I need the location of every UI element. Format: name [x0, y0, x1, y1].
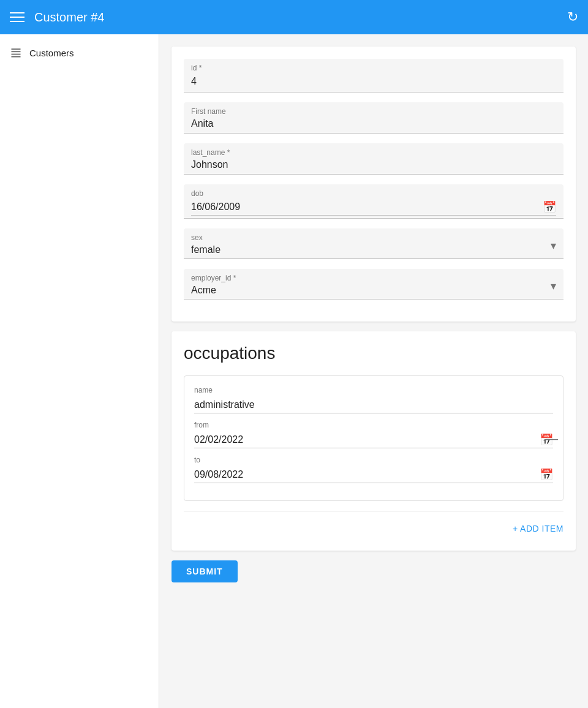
sex-select[interactable]: female male other — [191, 243, 556, 256]
submit-row: SUBMIT — [172, 560, 576, 582]
occupations-container: occupations name from 📅 — [172, 331, 576, 551]
occupations-title: occupations — [184, 344, 564, 363]
sidebar: Customers — [0, 34, 159, 708]
id-label: id * — [191, 64, 556, 72]
occupation-from-group: from 📅 — [194, 421, 553, 448]
svg-rect-2 — [12, 54, 21, 55]
occupation-to-input[interactable] — [194, 467, 540, 483]
employer-select[interactable]: Acme Other — [191, 284, 556, 296]
svg-rect-3 — [12, 56, 21, 58]
dob-label: dob — [191, 189, 556, 198]
occupation-to-label: to — [194, 456, 553, 464]
layout: Customers id * 4 First name last_name * — [0, 34, 588, 708]
menu-icon[interactable] — [10, 12, 24, 22]
list-icon — [10, 47, 22, 59]
refresh-icon[interactable]: ↻ — [567, 9, 578, 25]
employer-label: employer_id * — [191, 274, 556, 282]
dob-field-group: dob 📅 — [184, 184, 564, 219]
form-container: id * 4 First name last_name * dob 📅 — [172, 47, 576, 322]
add-item-button[interactable]: + ADD ITEM — [513, 519, 564, 538]
firstname-label: First name — [191, 107, 556, 116]
svg-rect-0 — [12, 48, 21, 50]
employer-field-group: employer_id * Acme Other ▾ — [184, 269, 564, 299]
app-bar-title: Customer #4 — [34, 10, 557, 24]
id-field-group: id * 4 — [184, 59, 564, 92]
dob-date-wrapper: 📅 — [191, 199, 556, 216]
sidebar-item-label: Customers — [29, 48, 74, 58]
occupation-name-label: name — [194, 386, 553, 394]
occupation-name-group: name — [194, 386, 553, 413]
occupation-from-date-wrapper: 📅 — [194, 432, 553, 448]
submit-button[interactable]: SUBMIT — [172, 560, 238, 582]
occupations-divider — [184, 511, 564, 511]
remove-occupation-button[interactable]: — — [546, 432, 558, 445]
occupation-from-label: from — [194, 421, 553, 429]
occupation-to-group: to 📅 — [194, 456, 553, 483]
add-item-row: + ADD ITEM — [184, 519, 564, 538]
svg-rect-1 — [12, 51, 21, 53]
main-content: id * 4 First name last_name * dob 📅 — [159, 34, 588, 708]
occupation-from-input[interactable] — [194, 432, 540, 448]
add-item-label: ADD ITEM — [520, 524, 564, 533]
sidebar-item-customers[interactable]: Customers — [0, 39, 159, 66]
firstname-input[interactable] — [191, 117, 556, 130]
add-icon: + — [513, 524, 518, 533]
lastname-input[interactable] — [191, 158, 556, 171]
to-calendar-icon[interactable]: 📅 — [540, 468, 553, 481]
occupation-name-input[interactable] — [194, 397, 553, 413]
firstname-field-group: First name — [184, 102, 564, 134]
lastname-field-group: last_name * — [184, 143, 564, 175]
dob-input[interactable] — [191, 199, 543, 215]
sex-label: sex — [191, 233, 556, 242]
sex-field-group: sex female male other ▾ — [184, 228, 564, 259]
lastname-label: last_name * — [191, 148, 556, 157]
dob-calendar-icon[interactable]: 📅 — [543, 200, 556, 214]
id-value: 4 — [191, 73, 556, 89]
app-bar: Customer #4 ↻ — [0, 0, 588, 34]
occupation-to-date-wrapper: 📅 — [194, 467, 553, 483]
occupation-item: name from 📅 to 📅 — [184, 375, 564, 501]
